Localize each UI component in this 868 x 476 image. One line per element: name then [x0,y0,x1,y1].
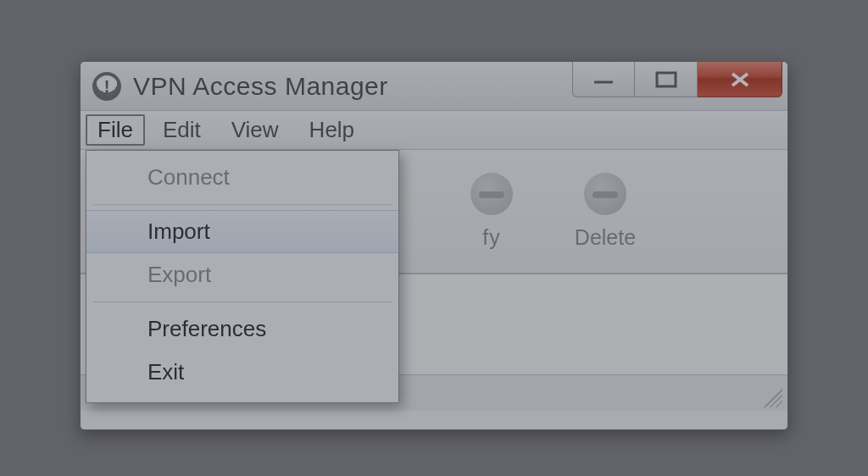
minimize-icon [589,72,618,87]
titlebar[interactable]: ! VPN Access Manager [81,62,787,111]
menu-separator [93,204,392,205]
menu-help[interactable]: Help [297,114,367,146]
menu-edit[interactable]: Edit [150,114,214,146]
close-button[interactable] [698,62,782,97]
app-window: ! VPN Access Manager File E [80,61,788,430]
window-controls [572,62,782,97]
menu-item-import[interactable]: Import [86,210,398,253]
app-icon: ! [92,72,121,101]
toolbar-modify-label [482,225,500,250]
file-dropdown: Connect Import Export Preferences Exit [86,150,399,403]
maximize-button[interactable] [635,62,698,97]
menubar: File Edit View Help [81,111,787,150]
menu-item-exit[interactable]: Exit [86,351,398,394]
toolbar-delete-label: Delete [575,225,636,250]
maximize-icon [654,69,679,90]
menu-item-export[interactable]: Export [86,253,398,296]
toolbar-modify-button[interactable] [453,173,530,250]
menu-view[interactable]: View [219,114,292,146]
svg-rect-1 [657,73,676,86]
menu-item-connect[interactable]: Connect [86,156,398,199]
menu-item-preferences[interactable]: Preferences [86,307,398,351]
toolbar-delete-button[interactable]: Delete [567,173,643,250]
menu-file[interactable]: File [86,114,145,146]
client-area: Delete Connect Import Export Preferences… [81,150,787,429]
delete-icon [584,173,626,215]
minimize-button[interactable] [572,62,635,97]
close-icon [727,69,753,91]
modify-icon [470,173,513,215]
menu-separator [93,302,392,302]
window-title: VPN Access Manager [133,72,388,101]
